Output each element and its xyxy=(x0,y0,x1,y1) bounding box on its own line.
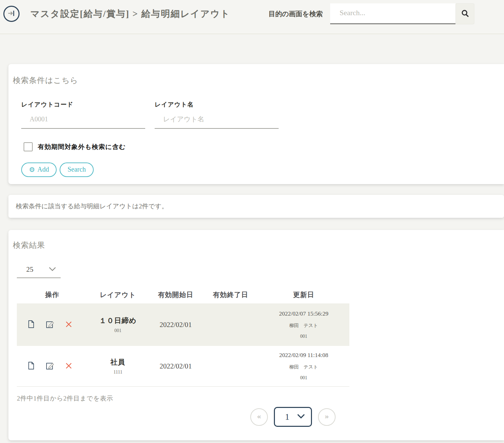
prev-page-button[interactable]: « xyxy=(250,408,268,426)
edit-pencil-icon xyxy=(45,320,55,330)
row-start-date-cell: 2022/02/01 xyxy=(148,321,203,329)
col-header-operations: 操作 xyxy=(17,290,88,299)
add-button-label: Add xyxy=(37,166,49,173)
col-header-updated: 更新日 xyxy=(258,290,349,299)
layout-name-field: レイアウト名 xyxy=(155,100,279,129)
result-count-message-panel: 検索条件に該当する給与明細レイアウトは2件です。 xyxy=(8,195,504,218)
screen-search-box xyxy=(330,3,474,24)
result-count-message: 検索条件に該当する給与明細レイアウトは2件です。 xyxy=(16,203,168,210)
top-bar: マスタ設定[給与/賞与] > 給与明細レイアウト 目的の画面を検索 xyxy=(0,0,504,34)
layout-code-field: レイアウトコード xyxy=(21,100,145,129)
updater-code: 001 xyxy=(300,375,307,381)
col-header-layout: レイアウト xyxy=(88,290,148,299)
include-expired-row: 有効期間対象外も検索に含む xyxy=(24,142,500,151)
col-header-start-date: 有効開始日 xyxy=(148,290,203,299)
row-layout-cell: 社員 1111 xyxy=(88,357,148,375)
page-title: マスタ設定[給与/賞与] > 給与明細レイアウト xyxy=(30,8,230,20)
search-conditions-title: 検索条件はこちら xyxy=(13,75,500,86)
updated-timestamp: 2022/02/09 11:14:08 xyxy=(279,352,328,359)
results-summary: 2件中1件目から2件目までを表示 xyxy=(17,394,500,403)
row-operations xyxy=(17,320,88,330)
view-button[interactable] xyxy=(27,320,35,330)
delete-button[interactable] xyxy=(65,362,73,371)
filter-buttons-row: ⚙ Add Search xyxy=(21,163,500,177)
filter-fields-row: レイアウトコード レイアウト名 xyxy=(21,100,500,129)
search-conditions-panel: 検索条件はこちら レイアウトコード レイアウト名 有効期間対象外も検索に含む ⚙… xyxy=(8,64,504,184)
layout-code: 001 xyxy=(115,328,122,333)
add-button[interactable]: ⚙ Add xyxy=(21,163,57,177)
prev-page-icon: « xyxy=(257,412,261,421)
x-delete-icon xyxy=(65,362,73,371)
table-header-row: 操作 レイアウト 有効開始日 有効終了日 更新日 xyxy=(17,288,349,303)
sign-in-icon xyxy=(7,9,16,19)
document-icon xyxy=(27,361,35,371)
chevron-down-icon xyxy=(297,414,305,420)
gear-icon: ⚙ xyxy=(29,166,35,173)
row-updated-cell: 2022/02/09 11:14:08 柳田 テスト 001 xyxy=(258,352,349,381)
row-updated-cell: 2022/02/07 15:56:29 柳田 テスト 001 xyxy=(258,310,349,339)
edit-button[interactable] xyxy=(45,361,55,371)
layout-code: 1111 xyxy=(114,370,122,375)
page-number-select[interactable]: 1 xyxy=(274,407,312,427)
include-expired-label: 有効期間対象外も検索に含む xyxy=(38,143,126,151)
layout-code-input[interactable] xyxy=(21,114,145,129)
table-row: １０日締め 001 2022/02/01 2022/02/07 15:56:29… xyxy=(17,303,349,346)
results-table: 操作 レイアウト 有効開始日 有効終了日 更新日 xyxy=(17,288,349,387)
row-start-date-cell: 2022/02/01 xyxy=(148,362,203,371)
search-results-title: 検索結果 xyxy=(13,240,500,250)
search-results-panel: 検索結果 25 操作 レイアウト 有効開始日 有効終了日 更新日 xyxy=(8,230,504,440)
page-size-value: 25 xyxy=(26,265,33,274)
current-page-value: 1 xyxy=(285,412,289,422)
pagination: « 1 » xyxy=(250,407,500,427)
search-button[interactable]: Search xyxy=(60,163,93,177)
next-page-button[interactable]: » xyxy=(318,408,336,426)
updated-by: 柳田 テスト xyxy=(289,364,318,370)
updated-by: 柳田 テスト xyxy=(289,323,318,329)
edit-button[interactable] xyxy=(45,320,55,330)
view-button[interactable] xyxy=(27,361,35,371)
layout-name: 社員 xyxy=(111,357,125,367)
edit-pencil-icon xyxy=(45,361,55,371)
layout-name-input[interactable] xyxy=(155,114,279,129)
updater-code: 001 xyxy=(300,334,307,339)
start-date: 2022/02/01 xyxy=(160,321,192,329)
delete-button[interactable] xyxy=(65,320,73,329)
updated-timestamp: 2022/02/07 15:56:29 xyxy=(279,310,328,317)
row-layout-cell: １０日締め 001 xyxy=(88,316,148,333)
search-icon xyxy=(461,9,470,19)
collapse-menu-button[interactable] xyxy=(3,6,20,22)
x-delete-icon xyxy=(65,320,73,329)
chevron-down-icon xyxy=(49,267,56,273)
screen-search-label: 目的の画面を検索 xyxy=(269,9,323,19)
start-date: 2022/02/01 xyxy=(160,362,192,371)
search-button-label: Search xyxy=(67,166,86,173)
layout-name: １０日締め xyxy=(99,316,137,325)
screen-search-button[interactable] xyxy=(455,3,474,24)
layout-name-label: レイアウト名 xyxy=(155,100,279,109)
next-page-icon: » xyxy=(325,412,329,421)
include-expired-checkbox[interactable] xyxy=(24,142,33,151)
table-row: 社員 1111 2022/02/01 2022/02/09 11:14:08 柳… xyxy=(17,346,349,387)
row-operations xyxy=(17,361,88,371)
page-size-select[interactable]: 25 xyxy=(17,263,61,278)
document-icon xyxy=(27,320,35,330)
col-header-end-date: 有効終了日 xyxy=(203,290,258,299)
layout-code-label: レイアウトコード xyxy=(21,100,145,109)
screen-search-input[interactable] xyxy=(330,3,455,24)
